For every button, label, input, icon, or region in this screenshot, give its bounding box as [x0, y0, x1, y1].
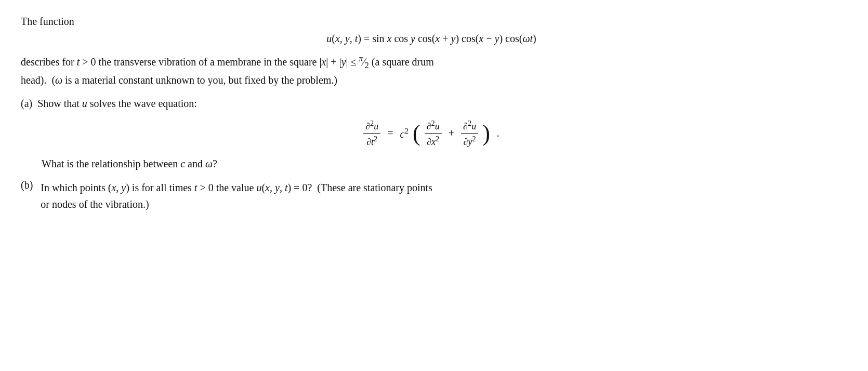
part-a-label: (a) Show that u solves the wave equation…: [21, 98, 197, 110]
frac-y: ∂2u ∂y2: [461, 119, 478, 148]
part-b-label: (b): [21, 179, 35, 191]
main-content: The function u(x, y, t) = sin x cos y co…: [21, 16, 842, 213]
part-b: (b) In which points (x, y) is for all ti…: [21, 179, 842, 213]
period: .: [494, 127, 499, 139]
wave-equation-display: ∂2u ∂t2 = c2 ( ∂2u ∂x2 + ∂2u ∂y2: [21, 119, 842, 148]
big-paren-left: (: [413, 122, 420, 145]
relationship-question: What is the relationship between c and ω…: [42, 158, 842, 170]
frac-num-x: ∂2u: [425, 119, 442, 134]
desc-text1: describes for t > 0 the transverse vibra…: [21, 56, 434, 68]
frac-time: ∂2u ∂t2: [363, 119, 380, 148]
frac-den-y: ∂y2: [461, 134, 478, 148]
frac-den-time: ∂t2: [363, 134, 380, 148]
description-paragraph: describes for t > 0 the transverse vibra…: [21, 52, 842, 88]
frac-num-time: ∂2u: [363, 119, 380, 134]
frac-x: ∂2u ∂x2: [425, 119, 442, 148]
frac-den-x: ∂x2: [425, 134, 442, 148]
main-formula: u(x, y, t) = sin x cos y cos(x + y) cos(…: [21, 33, 842, 45]
big-paren-right: ): [482, 122, 490, 145]
part-a-header: (a) Show that u solves the wave equation…: [21, 98, 842, 110]
c-squared: c2: [400, 127, 409, 140]
part-b-text: In which points (x, y) is for all times …: [41, 179, 432, 213]
formula-text: u(x, y, t) = sin x cos y cos(x + y) cos(…: [326, 33, 536, 44]
desc-text2: head). (ω is a material constant unknown…: [21, 74, 337, 86]
relationship-text: What is the relationship between c and ω…: [42, 158, 217, 169]
equals-sign: =: [385, 127, 396, 139]
plus-sign: +: [446, 127, 457, 139]
part-a: (a) Show that u solves the wave equation…: [21, 98, 842, 170]
frac-num-y: ∂2u: [461, 119, 478, 134]
intro-label: The function: [21, 16, 74, 27]
intro-text: The function: [21, 16, 842, 28]
wave-eq: ∂2u ∂t2 = c2 ( ∂2u ∂x2 + ∂2u ∂y2: [363, 119, 499, 148]
